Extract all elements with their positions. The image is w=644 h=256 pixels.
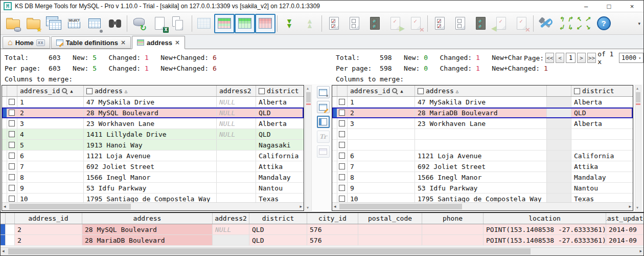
scroll-thumb[interactable] — [8, 248, 531, 254]
scroll-left-icon[interactable]: ◂ — [334, 204, 336, 209]
grid-hscrollbar[interactable]: ◂▸ — [332, 202, 633, 210]
select-queries-button[interactable]: SELECT — [64, 14, 84, 33]
row-checkbox[interactable] — [339, 196, 345, 202]
column-header-district[interactable]: district — [256, 86, 304, 96]
nav-arrow-icon-4[interactable]: ↲ — [557, 24, 566, 32]
row-checkbox[interactable] — [339, 163, 345, 169]
bottom-scrollbar[interactable]: ◂ ▸ — [1, 247, 643, 255]
right-invert-checks-button[interactable]: ✓✓ — [470, 14, 491, 33]
scroll-left-icon[interactable]: ◂ — [2, 248, 5, 254]
row-checkbox[interactable] — [9, 142, 15, 148]
refresh-button[interactable]: ↻ — [129, 14, 149, 33]
table-row[interactable]: 228 MySQL BoulevardNULLQLD — [2, 108, 304, 118]
nav-arrow-icon-5[interactable]: ↳ — [566, 24, 574, 32]
tools-button[interactable] — [535, 14, 556, 33]
row-checkbox[interactable] — [9, 174, 15, 180]
detail-column-header-phone[interactable]: phone — [422, 213, 484, 224]
row-checkbox[interactable] — [9, 99, 15, 105]
table-row[interactable] — [332, 129, 633, 140]
show-all-rows-button[interactable] — [194, 14, 214, 33]
maximize-button[interactable]: □ — [597, 1, 620, 12]
row-checkbox[interactable] — [9, 131, 15, 137]
pager-page-input[interactable] — [566, 53, 576, 63]
left-merge-right-button[interactable]: ✓▶ — [385, 14, 405, 33]
row-checkbox[interactable] — [9, 153, 15, 159]
prev-page-button[interactable]: ▲▲ — [300, 14, 320, 33]
detail-row[interactable]: 228 MariaDB BoulevardQLD576POINT(153.140… — [1, 235, 643, 246]
nav-arrow-icon-2[interactable]: ↖ — [574, 15, 583, 24]
favorite-comparisons-button[interactable]: ★ — [23, 14, 43, 33]
row-preview-button[interactable] — [317, 145, 330, 158]
table-row[interactable]: 41411 Lillydale DriveNULLQLD — [2, 129, 304, 140]
scroll-thumb[interactable] — [339, 204, 462, 209]
table-row[interactable]: 81566 Inegl ManorMandalay — [332, 172, 633, 183]
minimize-button[interactable]: – — [574, 1, 597, 12]
right-grid-vscrollbar[interactable]: ▴▾ — [635, 85, 641, 211]
edit-table-button[interactable] — [317, 101, 330, 113]
scroll-up-icon[interactable]: ▴ — [636, 86, 638, 91]
find-button[interactable] — [105, 14, 125, 33]
table-row[interactable]: 7692 Joliet StreetAttika — [332, 161, 633, 172]
table-row[interactable]: 81566 Inegl ManorMandalay — [2, 172, 304, 183]
left-uncheck-all-button[interactable] — [344, 14, 364, 33]
open-comparison-button[interactable] — [3, 14, 23, 33]
nav-arrow-icon-0[interactable]: ↰ — [557, 15, 566, 24]
table-row[interactable]: 147 MySakila DriveNULLAlberta — [2, 97, 304, 108]
show-new-button[interactable] — [235, 14, 255, 33]
table-row[interactable]: 61121 Loja AvenueCalifornia — [332, 151, 633, 161]
nav-arrow-icon-6[interactable]: ↙ — [574, 24, 583, 32]
nav-arrow-icon-3[interactable]: ↗ — [583, 15, 592, 24]
tab-home[interactable]: ⌂Homexx — [3, 36, 50, 49]
row-checkbox[interactable] — [9, 120, 15, 126]
left-check-all-button[interactable]: ✓✓ — [324, 14, 344, 33]
detail-column-header-location[interactable]: location — [484, 213, 606, 224]
detail-column-header-district[interactable]: district — [249, 213, 307, 224]
left-invert-checks-button[interactable]: ✓✓ — [364, 14, 385, 33]
row-checkbox[interactable] — [339, 99, 345, 105]
scroll-thumb[interactable] — [9, 204, 131, 209]
right-check-all-button[interactable]: ✓✓ — [429, 14, 450, 33]
toolbar-overflow[interactable]: ▾ — [638, 21, 641, 26]
scroll-up-icon[interactable]: ▴ — [307, 86, 309, 91]
scroll-right-icon[interactable]: ▸ — [629, 204, 631, 209]
detail-column-header-address2[interactable]: address2 — [213, 213, 249, 224]
show-changed-button[interactable] — [255, 14, 275, 33]
column-header-address_id[interactable]: address_id▲ — [17, 86, 84, 96]
column-header-district[interactable]: district — [571, 86, 633, 96]
row-checkbox[interactable] — [339, 174, 345, 180]
scroll-left-icon[interactable]: ◂ — [4, 204, 6, 209]
view-script-button[interactable] — [317, 116, 330, 128]
merge-column-checkbox[interactable] — [259, 88, 265, 94]
table-row[interactable]: 323 Workhaven LaneAlberta — [332, 118, 633, 129]
left-cancel-checked-button[interactable]: ✓× — [405, 14, 426, 33]
data-diff-settings-button[interactable] — [84, 14, 105, 33]
pager-first-button[interactable]: << — [545, 53, 554, 63]
table-row[interactable]: 323 Workhaven LaneNULLAlberta — [2, 118, 304, 129]
detail-column-header-address_id[interactable]: address_id — [15, 213, 82, 224]
row-checkbox[interactable] — [9, 196, 15, 202]
row-checkbox[interactable] — [339, 120, 345, 126]
copy-button[interactable] — [170, 14, 190, 33]
row-checkbox[interactable] — [339, 142, 345, 148]
right-merge-left-button[interactable]: ✓◀ — [491, 14, 511, 33]
row-checkbox[interactable] — [9, 163, 15, 169]
export-excel-button[interactable]: X — [149, 14, 170, 33]
table-row[interactable]: 953 Idfu ParkwayNantou — [2, 183, 304, 194]
scroll-thumb[interactable] — [636, 92, 640, 102]
detail-column-header-last_update[interactable]: last_update — [606, 213, 643, 224]
tab-address[interactable]: address× — [132, 36, 185, 49]
column-header-address[interactable]: address△ — [415, 86, 547, 96]
table-row[interactable]: 7692 Joliet StreetAttika — [2, 161, 304, 172]
pager-last-button[interactable]: >> — [587, 53, 596, 63]
row-checkbox[interactable] — [339, 131, 345, 137]
merge-column-checkbox[interactable] — [418, 88, 424, 94]
table-row[interactable] — [332, 140, 633, 151]
row-checkbox[interactable] — [339, 153, 345, 159]
row-checkbox[interactable] — [339, 110, 345, 116]
help-button[interactable]: ? — [593, 14, 614, 33]
tab-table-definitions[interactable]: Table definitions× — [51, 36, 131, 49]
row-checkbox[interactable] — [9, 110, 15, 116]
pager-next-button[interactable]: > — [577, 53, 586, 63]
scroll-thumb[interactable] — [306, 92, 311, 102]
table-row[interactable]: 51913 Hanoi WayNagasaki — [2, 140, 304, 151]
